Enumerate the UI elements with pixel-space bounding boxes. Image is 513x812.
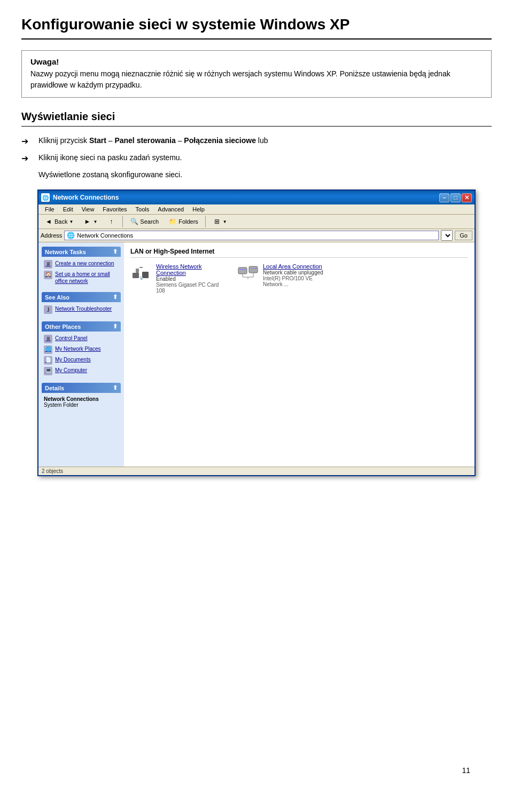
views-dropdown-icon: ▼ bbox=[223, 219, 227, 224]
views-icon: ⊞ bbox=[213, 217, 221, 226]
lan-name[interactable]: Local Area Connection bbox=[263, 263, 333, 270]
troubleshooter-link[interactable]: ℹ Network Troubleshooter bbox=[44, 305, 119, 314]
back-button[interactable]: ◄ Back ▼ bbox=[41, 216, 77, 227]
control-panel-icon: 🖥 bbox=[44, 335, 52, 343]
step-1-text: Kliknij przycisk Start – Panel sterowani… bbox=[38, 135, 268, 146]
xp-window-icon: 🌐 bbox=[41, 193, 50, 202]
network-grid: 📡 Wireless Network Connection Enabled Si… bbox=[130, 263, 468, 294]
maximize-button[interactable]: □ bbox=[450, 193, 461, 202]
page-number: 11 bbox=[462, 766, 470, 775]
steps-list: ➔ Kliknij przycisk Start – Panel sterowa… bbox=[21, 135, 492, 165]
network-tasks-section: Network Tasks ⬆ 🖥 Create a new connectio… bbox=[42, 247, 121, 288]
lan-detail: Intel(R) PRO/100 VE Network ... bbox=[263, 275, 333, 287]
step-2-text: Kliknij ikonę sieci na pasku zadań syste… bbox=[38, 152, 182, 163]
search-label: Search bbox=[140, 218, 159, 225]
back-icon: ◄ bbox=[44, 217, 53, 226]
other-places-content: 🖥 Control Panel 🌐 My Network Places 📄 My… bbox=[42, 332, 121, 379]
menu-file[interactable]: File bbox=[41, 205, 59, 214]
menu-view[interactable]: View bbox=[77, 205, 99, 214]
warning-box: Uwaga! Nazwy pozycji menu mogą nieznaczn… bbox=[21, 50, 492, 98]
wireless-connection-item: 📡 Wireless Network Connection Enabled Si… bbox=[130, 263, 227, 294]
details-header: Details ⬆ bbox=[42, 383, 121, 393]
menu-tools[interactable]: Tools bbox=[131, 205, 154, 214]
xp-titlebar-left: 🌐 Network Connections bbox=[41, 193, 119, 202]
address-label: Address bbox=[41, 232, 62, 239]
lan-info: Local Area Connection Network cable unpl… bbox=[263, 263, 333, 287]
my-computer-icon: 💻 bbox=[44, 367, 52, 375]
views-button[interactable]: ⊞ ▼ bbox=[209, 216, 231, 227]
menu-help[interactable]: Help bbox=[188, 205, 209, 214]
svg-rect-11 bbox=[253, 268, 254, 269]
section-heading: Wyświetlanie sieci bbox=[21, 111, 492, 127]
details-collapse[interactable]: ⬆ bbox=[113, 384, 118, 391]
xp-addressbar: Address 🌐 Network Connections Go bbox=[38, 229, 475, 242]
see-also-header: See Also ⬆ bbox=[42, 292, 121, 302]
wireless-info: Wireless Network Connection Enabled Siem… bbox=[156, 263, 227, 294]
network-tasks-collapse[interactable]: ⬆ bbox=[113, 248, 118, 255]
xp-menubar: File Edit View Favorites Tools Advanced … bbox=[38, 204, 475, 215]
my-documents-link[interactable]: 📄 My Documents bbox=[44, 356, 119, 365]
see-also-collapse[interactable]: ⬆ bbox=[113, 294, 118, 301]
control-panel-link[interactable]: 🖥 Control Panel bbox=[44, 335, 119, 343]
home-network-link[interactable]: 🏠 Set up a home or small office network bbox=[44, 271, 119, 285]
other-places-header: Other Places ⬆ bbox=[42, 321, 121, 332]
xp-titlebar-buttons: – □ ✕ bbox=[439, 193, 472, 202]
forward-button[interactable]: ► ▼ bbox=[79, 216, 101, 227]
go-button[interactable]: Go bbox=[455, 231, 472, 240]
status-text: 2 objects bbox=[42, 468, 63, 474]
wireless-name[interactable]: Wireless Network Connection bbox=[156, 263, 227, 276]
xp-statusbar: 2 objects bbox=[38, 467, 475, 475]
xp-body: Network Tasks ⬆ 🖥 Create a new connectio… bbox=[38, 242, 475, 467]
wireless-status: Enabled bbox=[156, 276, 227, 282]
troubleshooter-icon: ℹ bbox=[44, 305, 52, 314]
my-network-places-link[interactable]: 🌐 My Network Places bbox=[44, 345, 119, 354]
details-section: Details ⬆ Network Connections System Fol… bbox=[42, 383, 121, 411]
home-network-icon: 🏠 bbox=[44, 271, 52, 279]
svg-rect-0 bbox=[133, 273, 139, 278]
folders-button[interactable]: 📁 Folders bbox=[165, 216, 202, 227]
wireless-icon: 📡 bbox=[130, 263, 152, 281]
lan-icon bbox=[237, 263, 259, 281]
warning-label: Uwaga! bbox=[30, 57, 483, 66]
arrow-icon-2: ➔ bbox=[21, 152, 36, 165]
menu-edit[interactable]: Edit bbox=[59, 205, 77, 214]
wireless-detail: Siemens Gigaset PC Card 108 bbox=[156, 282, 227, 294]
address-icon: 🌐 bbox=[67, 232, 75, 239]
see-also-content: ℹ Network Troubleshooter bbox=[42, 302, 121, 317]
minimize-button[interactable]: – bbox=[439, 193, 449, 202]
folders-label: Folders bbox=[178, 218, 198, 225]
step-2: ➔ Kliknij ikonę sieci na pasku zadań sys… bbox=[21, 152, 492, 165]
folders-icon: 📁 bbox=[168, 217, 177, 226]
other-places-collapse[interactable]: ⬆ bbox=[113, 323, 118, 330]
details-label: Details bbox=[45, 385, 64, 391]
svg-rect-2 bbox=[142, 272, 149, 278]
see-also-section: See Also ⬆ ℹ Network Troubleshooter bbox=[42, 292, 121, 317]
svg-rect-7 bbox=[242, 269, 244, 270]
forward-dropdown-icon: ▼ bbox=[93, 219, 97, 224]
xp-window-title: Network Connections bbox=[53, 194, 119, 201]
xp-titlebar: 🌐 Network Connections – □ ✕ bbox=[38, 191, 475, 204]
xp-right-panel: LAN or High-Speed Internet 📡 bbox=[124, 242, 475, 467]
my-computer-link[interactable]: 💻 My Computer bbox=[44, 367, 119, 375]
category-heading: LAN or High-Speed Internet bbox=[130, 248, 468, 258]
forward-icon: ► bbox=[83, 217, 91, 226]
result-text: Wyświetlone zostaną skonfigurowane sieci… bbox=[38, 170, 492, 179]
create-connection-link[interactable]: 🖥 Create a new connection bbox=[44, 260, 119, 269]
see-also-label: See Also bbox=[45, 294, 69, 301]
toolbar-separator-1 bbox=[122, 216, 123, 227]
menu-favorites[interactable]: Favorites bbox=[98, 205, 131, 214]
my-documents-icon: 📄 bbox=[44, 356, 52, 365]
address-dropdown[interactable] bbox=[441, 230, 453, 241]
svg-rect-1 bbox=[136, 269, 139, 273]
other-places-section: Other Places ⬆ 🖥 Control Panel 🌐 My Netw… bbox=[42, 321, 121, 379]
svg-rect-12 bbox=[255, 268, 256, 269]
close-button[interactable]: ✕ bbox=[462, 193, 472, 202]
svg-text:📡: 📡 bbox=[139, 276, 144, 280]
xp-toolbar: ◄ Back ▼ ► ▼ ↑ 🔍 Search 📁 Folders bbox=[38, 215, 475, 229]
menu-advanced[interactable]: Advanced bbox=[153, 205, 188, 214]
address-field[interactable]: 🌐 Network Connections bbox=[64, 231, 439, 240]
back-label: Back bbox=[55, 218, 67, 225]
step-1: ➔ Kliknij przycisk Start – Panel sterowa… bbox=[21, 135, 492, 148]
up-button[interactable]: ↑ bbox=[103, 216, 119, 227]
search-button[interactable]: 🔍 Search bbox=[126, 216, 162, 227]
